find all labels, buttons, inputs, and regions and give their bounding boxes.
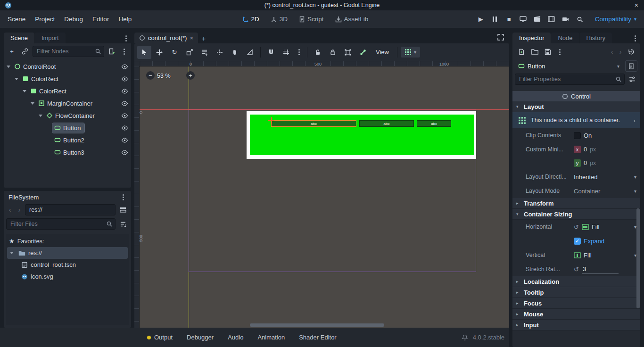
min-size-y-field[interactable]: 0 — [584, 159, 587, 166]
window-close-button[interactable]: × — [635, 0, 638, 10]
section-focus[interactable]: ▸ Focus — [512, 298, 640, 309]
renderer-settings-button[interactable] — [573, 13, 586, 25]
rotate-tool-button[interactable]: ↻ — [167, 46, 182, 59]
visibility-eye-icon[interactable] — [121, 112, 128, 119]
filter-properties-input[interactable] — [515, 74, 625, 85]
menu-project[interactable]: Project — [30, 13, 59, 25]
menu-debug[interactable]: Debug — [59, 13, 88, 25]
play-button[interactable]: ▶ — [474, 13, 487, 25]
history-forward-button[interactable]: › — [617, 48, 624, 56]
favorites-row[interactable]: ★ Favorites: — [6, 235, 129, 247]
debugger-panel-button[interactable]: Debugger — [181, 331, 219, 344]
canvas-button-3[interactable]: abc — [417, 120, 451, 127]
renderer-dropdown[interactable]: Compatibility ▾ — [590, 14, 641, 25]
workspace-script-button[interactable]: Script — [294, 13, 329, 25]
notice-collapse-button[interactable]: ‹ — [632, 117, 637, 124]
snap-options-button[interactable] — [294, 46, 304, 59]
layout-direction-dropdown[interactable]: Inherited ▾ — [574, 174, 636, 181]
resource-options-button[interactable] — [555, 46, 564, 58]
collapse-caret-icon[interactable] — [31, 102, 34, 105]
horizontal-sizing-value[interactable]: Fill — [592, 223, 600, 231]
section-tooltip[interactable]: ▸ Tooltip — [512, 287, 640, 298]
inspector-dock-menu-button[interactable] — [630, 33, 640, 43]
fs-item-res-root[interactable]: res:// — [7, 247, 128, 259]
open-docs-button[interactable] — [625, 60, 637, 72]
canvas-button-1[interactable]: abc — [271, 120, 356, 127]
attach-script-button[interactable] — [106, 45, 117, 58]
fs-item-icon-svg[interactable]: icon.svg — [6, 271, 129, 282]
tab-node[interactable]: Node — [551, 33, 579, 43]
section-mouse[interactable]: ▸ Mouse — [512, 309, 640, 320]
stretch-ratio-field[interactable]: 3 — [582, 264, 619, 274]
fs-sort-button[interactable] — [117, 218, 129, 230]
collapse-caret-icon[interactable] — [7, 66, 10, 68]
tree-row-button3[interactable]: Button3 — [4, 146, 131, 158]
fs-path-input[interactable] — [25, 204, 116, 215]
visibility-eye-icon[interactable] — [121, 149, 128, 156]
property-tools-button[interactable] — [627, 73, 638, 85]
lock-button[interactable] — [311, 46, 325, 59]
workspace-2d-button[interactable]: 2D — [238, 13, 264, 25]
load-resource-button[interactable] — [528, 46, 541, 58]
distraction-free-button[interactable] — [494, 31, 507, 43]
edited-node-dropdown[interactable]: Button ▾ — [515, 61, 622, 71]
audio-panel-button[interactable]: Audio — [222, 331, 249, 344]
section-input[interactable]: ▸ Input — [512, 320, 640, 330]
group-button[interactable] — [341, 46, 355, 59]
visibility-eye-icon[interactable] — [121, 124, 128, 132]
tree-row-margincontainer[interactable]: MarginContainer — [4, 97, 131, 109]
collapse-caret-icon[interactable] — [15, 78, 18, 80]
zoom-in-button[interactable]: + — [186, 71, 195, 80]
filter-files-input[interactable] — [6, 218, 116, 230]
fs-forward-button[interactable]: › — [16, 206, 23, 214]
play-scene-button[interactable] — [531, 13, 544, 25]
smart-snap-button[interactable] — [264, 46, 278, 59]
canvas-horizontal-scrollbar[interactable] — [250, 323, 384, 327]
play-custom-scene-button[interactable] — [545, 13, 558, 25]
2d-viewport-canvas[interactable]: abc abc abc 0 500 1000 0 500 − 5 — [134, 61, 509, 328]
visibility-eye-icon[interactable] — [121, 75, 128, 83]
collapse-caret-icon[interactable] — [10, 252, 14, 254]
section-transform[interactable]: ▸ Transform — [512, 198, 640, 209]
visibility-eye-icon[interactable] — [121, 63, 128, 70]
filesystem-menu-button[interactable] — [118, 192, 128, 203]
list-select-tool-button[interactable] — [198, 46, 212, 59]
save-resource-button[interactable] — [542, 46, 554, 58]
tree-row-colorrect1[interactable]: ColorRect — [4, 73, 131, 85]
tree-row-button[interactable]: Button — [4, 122, 131, 134]
add-node-button[interactable]: + — [6, 45, 17, 58]
section-localization[interactable]: ▸ Localization — [512, 276, 640, 287]
zoom-level[interactable]: 53 % — [157, 73, 171, 79]
tab-import[interactable]: Import — [35, 33, 66, 43]
animation-panel-button[interactable]: Animation — [252, 331, 290, 344]
anchor-preset-dropdown[interactable]: ▾ — [401, 47, 420, 58]
tree-row-controlroot[interactable]: ControlRoot — [4, 60, 131, 73]
workspace-assetlib-button[interactable]: AssetLib — [330, 13, 373, 25]
visibility-eye-icon[interactable] — [121, 100, 128, 107]
layout-mode-dropdown[interactable]: Container ▾ — [574, 188, 636, 195]
tree-row-button2[interactable]: Button2 — [4, 134, 131, 146]
revert-button[interactable]: ↺ — [574, 223, 579, 231]
notifications-bell-icon[interactable] — [462, 334, 468, 341]
stop-button[interactable]: ■ — [503, 13, 516, 25]
dock-menu-button[interactable] — [121, 33, 131, 43]
tab-history[interactable]: History — [580, 33, 612, 43]
scene-tab-close-icon[interactable]: × — [190, 34, 193, 41]
object-history-button[interactable] — [625, 46, 637, 58]
output-panel-button[interactable]: Output — [141, 331, 178, 344]
inspector-scrollbar[interactable] — [636, 208, 640, 308]
tab-scene[interactable]: Scene — [4, 33, 34, 43]
menu-help[interactable]: Help — [114, 13, 136, 25]
menu-scene[interactable]: Scene — [3, 13, 30, 25]
visibility-eye-icon[interactable] — [121, 88, 128, 95]
fs-split-mode-button[interactable] — [117, 204, 129, 216]
pan-tool-button[interactable] — [228, 46, 242, 59]
skeleton-options-button[interactable] — [356, 46, 370, 59]
ruler-tool-button[interactable] — [243, 46, 257, 59]
scene-tree-menu-button[interactable] — [119, 45, 129, 58]
scale-tool-button[interactable] — [182, 46, 197, 59]
collapse-caret-icon[interactable] — [39, 115, 42, 117]
new-scene-tab-button[interactable]: + — [198, 33, 209, 43]
move-tool-button[interactable] — [152, 46, 166, 59]
select-tool-button[interactable] — [137, 46, 151, 59]
